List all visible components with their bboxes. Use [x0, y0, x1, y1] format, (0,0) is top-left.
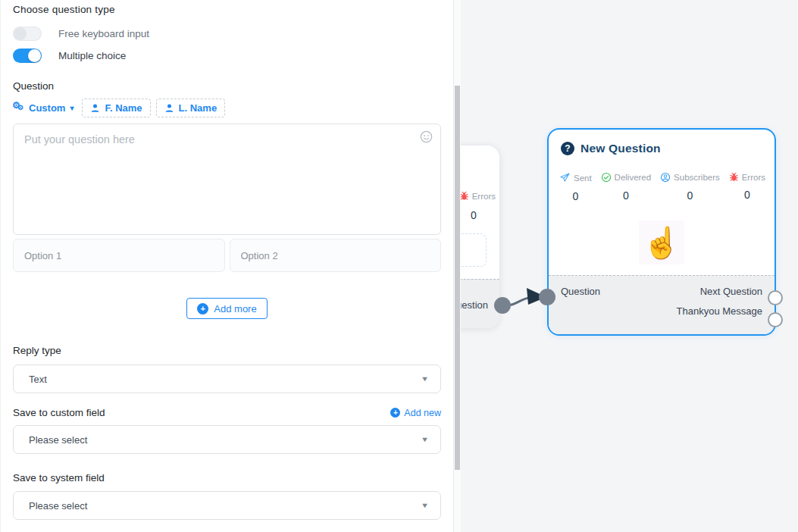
- node-header: ? New Question: [549, 130, 775, 155]
- last-name-chip[interactable]: L. Name: [156, 99, 226, 117]
- add-more-button[interactable]: + Add more: [186, 298, 267, 319]
- stat-errors-label: Errors: [742, 173, 765, 182]
- stat-delivered-label: Delivered: [615, 173, 652, 182]
- first-name-chip-label: F. Name: [105, 102, 142, 114]
- stat-sent: Sent 0: [559, 172, 592, 202]
- emoji-picker-icon[interactable]: [419, 130, 433, 144]
- reply-type-select[interactable]: Text ▼: [13, 365, 441, 393]
- toggle-knob: [28, 49, 41, 62]
- option-1-input[interactable]: [13, 239, 225, 272]
- add-new-label: Add new: [404, 408, 441, 418]
- stat-sent-value: 0: [572, 190, 578, 202]
- question-textarea[interactable]: [14, 124, 440, 234]
- stat-errors: Errors 0: [729, 172, 765, 202]
- plus-circle-icon: +: [390, 408, 400, 418]
- mouse-cursor-overlay: ☝: [639, 221, 684, 264]
- question-settings-panel: Choose question type Free keyboard input…: [0, 0, 454, 532]
- select-caret-icon: ▼: [421, 436, 429, 443]
- options-row: [13, 239, 441, 272]
- toggle-knob: [14, 27, 27, 40]
- add-new-link[interactable]: + Add new: [390, 408, 441, 418]
- stat-subscribers-label: Subscribers: [674, 173, 720, 182]
- select-caret-icon: ▼: [421, 502, 429, 509]
- next-question-port-label: Next Question: [700, 286, 762, 297]
- node-title: New Question: [581, 142, 661, 155]
- stat-errors-value: 0: [744, 189, 750, 201]
- errors-stat: Errors: [459, 191, 496, 201]
- subscriber-icon: [660, 172, 671, 183]
- check-circle-icon: [601, 172, 612, 183]
- stat-subscribers-value: 0: [687, 189, 693, 202]
- plus-circle-icon: +: [197, 303, 208, 315]
- node-ports-footer: Question Next Question Thankyou Message: [549, 275, 775, 334]
- add-more-row: + Add more: [13, 298, 441, 319]
- thankyou-port-label: Thankyou Message: [677, 305, 762, 317]
- option-2-input[interactable]: [230, 239, 442, 272]
- connection-line: [502, 298, 531, 306]
- chevron-down-icon: ▾: [70, 104, 74, 112]
- bug-icon: [729, 172, 739, 182]
- free-keyboard-toggle-row: Free keyboard input: [13, 27, 441, 41]
- panel-scrollbar-thumb[interactable]: [455, 86, 460, 470]
- input-port-label: Question: [561, 286, 600, 297]
- custom-field-row: Save to custom field + Add new: [13, 406, 441, 419]
- question-section-label: Question: [13, 80, 441, 92]
- stat-delivered: Delivered 0: [601, 172, 652, 202]
- question-textarea-wrap: [13, 124, 441, 235]
- stat-sent-label: Sent: [574, 174, 592, 183]
- panel-heading: Choose question type: [13, 3, 441, 16]
- multiple-choice-label: Multiple choice: [58, 50, 126, 61]
- flow-builder-app: Choose question type Free keyboard input…: [0, 0, 798, 532]
- multiple-choice-toggle-row: Multiple choice: [13, 49, 441, 63]
- gears-icon: ⚙⚙: [13, 102, 25, 114]
- free-keyboard-toggle[interactable]: [13, 27, 42, 41]
- custom-field-select[interactable]: Please select ▼: [13, 425, 441, 454]
- custom-button-label: Custom: [29, 102, 65, 114]
- custom-field-dropdown-button[interactable]: ⚙⚙ Custom ▾: [13, 102, 77, 114]
- system-field-value: Please select: [29, 500, 87, 512]
- stat-subscribers: Subscribers 0: [660, 172, 720, 202]
- thankyou-output-port[interactable]: [768, 312, 783, 327]
- paper-plane-icon: [559, 172, 571, 183]
- connection-arrowhead-icon: [527, 288, 546, 305]
- next-question-port-label: uestion: [456, 299, 488, 311]
- person-icon: [164, 103, 174, 113]
- hand-cursor-icon: ☝: [643, 227, 681, 258]
- select-caret-icon: ▼: [421, 375, 429, 383]
- add-more-label: Add more: [214, 303, 256, 315]
- reply-type-value: Text: [29, 374, 47, 385]
- system-field-label: Save to system field: [13, 471, 441, 484]
- merge-field-chips-row: ⚙⚙ Custom ▾ F. Name L. Name: [13, 98, 441, 117]
- node-stats-row: Sent 0 Delivered 0 Subscribers 0: [549, 172, 775, 202]
- custom-field-value: Please select: [29, 434, 87, 446]
- reply-type-label: Reply type: [13, 344, 441, 357]
- next-question-output-port[interactable]: [768, 290, 783, 305]
- multiple-choice-toggle[interactable]: [13, 49, 42, 63]
- stat-delivered-value: 0: [623, 189, 629, 202]
- first-name-chip[interactable]: F. Name: [82, 99, 150, 117]
- panel-scrollbar-track: [454, 0, 461, 532]
- person-icon: [90, 103, 100, 113]
- last-name-chip-label: L. Name: [179, 102, 217, 114]
- free-keyboard-label: Free keyboard input: [58, 28, 149, 39]
- system-field-select[interactable]: Please select ▼: [13, 491, 441, 520]
- errors-stat-label: Errors: [472, 192, 496, 201]
- question-badge-icon: ?: [561, 142, 574, 155]
- custom-field-label: Save to custom field: [13, 406, 105, 419]
